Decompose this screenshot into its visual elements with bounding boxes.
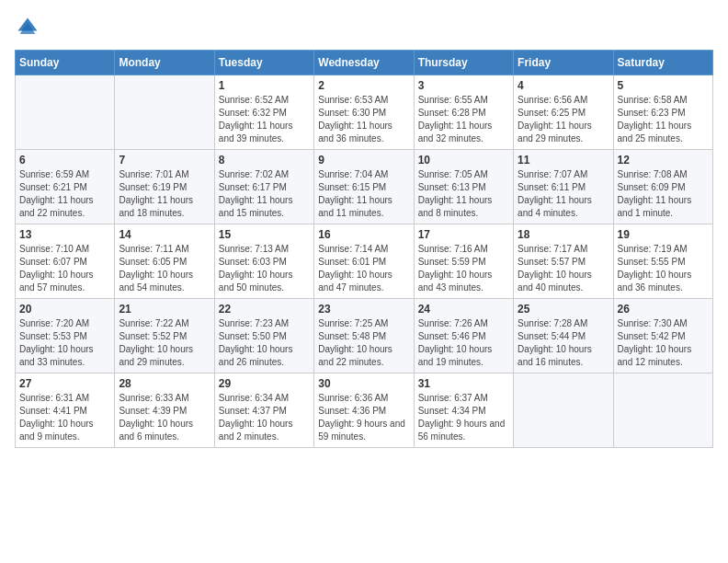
day-info: Sunrise: 7:14 AM Sunset: 6:01 PM Dayligh… <box>318 243 409 294</box>
logo <box>15 15 44 40</box>
day-number: 22 <box>219 303 310 316</box>
day-number: 24 <box>418 303 509 316</box>
day-info: Sunrise: 7:16 AM Sunset: 5:59 PM Dayligh… <box>418 243 509 294</box>
day-info: Sunrise: 6:33 AM Sunset: 4:39 PM Dayligh… <box>119 392 210 443</box>
calendar-cell: 14Sunrise: 7:11 AM Sunset: 6:05 PM Dayli… <box>115 224 214 299</box>
day-info: Sunrise: 7:22 AM Sunset: 5:52 PM Dayligh… <box>119 317 210 369</box>
day-number: 4 <box>518 79 609 92</box>
day-number: 29 <box>219 377 310 390</box>
calendar-week-4: 20Sunrise: 7:20 AM Sunset: 5:53 PM Dayli… <box>16 299 713 373</box>
calendar-cell: 8Sunrise: 7:02 AM Sunset: 6:17 PM Daylig… <box>214 150 313 224</box>
day-number: 25 <box>518 303 609 316</box>
day-number: 18 <box>518 228 609 241</box>
day-number: 9 <box>318 154 409 167</box>
day-info: Sunrise: 6:56 AM Sunset: 6:25 PM Dayligh… <box>518 94 609 145</box>
calendar-cell: 28Sunrise: 6:33 AM Sunset: 4:39 PM Dayli… <box>115 373 214 448</box>
weekday-header-tuesday: Tuesday <box>214 51 313 75</box>
day-info: Sunrise: 7:19 AM Sunset: 5:55 PM Dayligh… <box>618 243 709 294</box>
day-info: Sunrise: 7:01 AM Sunset: 6:19 PM Dayligh… <box>119 168 210 220</box>
calendar-cell: 13Sunrise: 7:10 AM Sunset: 6:07 PM Dayli… <box>16 224 115 299</box>
calendar-cell: 22Sunrise: 7:23 AM Sunset: 5:50 PM Dayli… <box>214 299 313 373</box>
calendar-cell: 16Sunrise: 7:14 AM Sunset: 6:01 PM Dayli… <box>314 224 414 299</box>
weekday-header-saturday: Saturday <box>613 51 712 75</box>
day-number: 31 <box>418 377 509 390</box>
day-number: 26 <box>618 303 709 316</box>
day-info: Sunrise: 7:07 AM Sunset: 6:11 PM Dayligh… <box>518 168 609 220</box>
day-info: Sunrise: 7:02 AM Sunset: 6:17 PM Dayligh… <box>219 168 310 220</box>
calendar-cell: 29Sunrise: 6:34 AM Sunset: 4:37 PM Dayli… <box>214 373 313 448</box>
calendar-table: SundayMondayTuesdayWednesdayThursdayFrid… <box>15 50 713 448</box>
day-number: 27 <box>19 377 110 390</box>
day-info: Sunrise: 7:10 AM Sunset: 6:07 PM Dayligh… <box>19 243 110 294</box>
day-info: Sunrise: 7:30 AM Sunset: 5:42 PM Dayligh… <box>618 317 709 369</box>
calendar-header: SundayMondayTuesdayWednesdayThursdayFrid… <box>16 51 713 75</box>
calendar-cell: 20Sunrise: 7:20 AM Sunset: 5:53 PM Dayli… <box>16 299 115 373</box>
day-info: Sunrise: 6:59 AM Sunset: 6:21 PM Dayligh… <box>19 168 110 220</box>
page-header <box>15 15 713 40</box>
day-info: Sunrise: 7:26 AM Sunset: 5:46 PM Dayligh… <box>418 317 509 369</box>
calendar-cell: 1Sunrise: 6:52 AM Sunset: 6:32 PM Daylig… <box>214 75 313 150</box>
calendar-cell: 3Sunrise: 6:55 AM Sunset: 6:28 PM Daylig… <box>414 75 513 150</box>
calendar-cell: 25Sunrise: 7:28 AM Sunset: 5:44 PM Dayli… <box>514 299 613 373</box>
day-number: 21 <box>119 303 210 316</box>
day-number: 12 <box>618 154 709 167</box>
calendar-cell <box>514 373 613 448</box>
day-number: 6 <box>19 154 110 167</box>
day-number: 13 <box>19 228 110 241</box>
calendar-cell: 19Sunrise: 7:19 AM Sunset: 5:55 PM Dayli… <box>613 224 712 299</box>
day-number: 15 <box>219 228 310 241</box>
day-info: Sunrise: 6:58 AM Sunset: 6:23 PM Dayligh… <box>618 94 709 145</box>
calendar-week-5: 27Sunrise: 6:31 AM Sunset: 4:41 PM Dayli… <box>16 373 713 448</box>
day-number: 1 <box>219 79 310 92</box>
weekday-header-wednesday: Wednesday <box>314 51 414 75</box>
calendar-week-1: 1Sunrise: 6:52 AM Sunset: 6:32 PM Daylig… <box>16 75 713 150</box>
weekday-row: SundayMondayTuesdayWednesdayThursdayFrid… <box>16 51 713 75</box>
calendar-cell <box>16 75 115 150</box>
day-info: Sunrise: 7:17 AM Sunset: 5:57 PM Dayligh… <box>518 243 609 294</box>
day-info: Sunrise: 6:52 AM Sunset: 6:32 PM Dayligh… <box>219 94 310 145</box>
calendar-cell: 10Sunrise: 7:05 AM Sunset: 6:13 PM Dayli… <box>414 150 513 224</box>
calendar-cell: 12Sunrise: 7:08 AM Sunset: 6:09 PM Dayli… <box>613 150 712 224</box>
calendar-cell: 6Sunrise: 6:59 AM Sunset: 6:21 PM Daylig… <box>16 150 115 224</box>
calendar-cell: 26Sunrise: 7:30 AM Sunset: 5:42 PM Dayli… <box>613 299 712 373</box>
calendar-cell: 4Sunrise: 6:56 AM Sunset: 6:25 PM Daylig… <box>514 75 613 150</box>
day-number: 23 <box>318 303 409 316</box>
calendar-cell: 27Sunrise: 6:31 AM Sunset: 4:41 PM Dayli… <box>16 373 115 448</box>
day-number: 19 <box>618 228 709 241</box>
day-info: Sunrise: 7:25 AM Sunset: 5:48 PM Dayligh… <box>318 317 409 369</box>
day-info: Sunrise: 7:20 AM Sunset: 5:53 PM Dayligh… <box>19 317 110 369</box>
calendar-cell: 7Sunrise: 7:01 AM Sunset: 6:19 PM Daylig… <box>115 150 214 224</box>
calendar-cell: 30Sunrise: 6:36 AM Sunset: 4:36 PM Dayli… <box>314 373 414 448</box>
weekday-header-monday: Monday <box>115 51 214 75</box>
day-info: Sunrise: 6:55 AM Sunset: 6:28 PM Dayligh… <box>418 94 509 145</box>
calendar-cell <box>115 75 214 150</box>
day-number: 2 <box>318 79 409 92</box>
day-info: Sunrise: 6:53 AM Sunset: 6:30 PM Dayligh… <box>318 94 409 145</box>
day-number: 7 <box>119 154 210 167</box>
day-number: 30 <box>318 377 409 390</box>
calendar-week-3: 13Sunrise: 7:10 AM Sunset: 6:07 PM Dayli… <box>16 224 713 299</box>
day-info: Sunrise: 7:05 AM Sunset: 6:13 PM Dayligh… <box>418 168 509 220</box>
calendar-cell <box>613 373 712 448</box>
calendar-cell: 9Sunrise: 7:04 AM Sunset: 6:15 PM Daylig… <box>314 150 414 224</box>
calendar-cell: 21Sunrise: 7:22 AM Sunset: 5:52 PM Dayli… <box>115 299 214 373</box>
day-info: Sunrise: 6:37 AM Sunset: 4:34 PM Dayligh… <box>418 392 509 443</box>
day-info: Sunrise: 6:36 AM Sunset: 4:36 PM Dayligh… <box>318 392 409 443</box>
day-number: 5 <box>618 79 709 92</box>
calendar-cell: 31Sunrise: 6:37 AM Sunset: 4:34 PM Dayli… <box>414 373 513 448</box>
day-number: 28 <box>119 377 210 390</box>
calendar-cell: 24Sunrise: 7:26 AM Sunset: 5:46 PM Dayli… <box>414 299 513 373</box>
calendar-cell: 5Sunrise: 6:58 AM Sunset: 6:23 PM Daylig… <box>613 75 712 150</box>
day-info: Sunrise: 7:28 AM Sunset: 5:44 PM Dayligh… <box>518 317 609 369</box>
calendar-cell: 17Sunrise: 7:16 AM Sunset: 5:59 PM Dayli… <box>414 224 513 299</box>
day-info: Sunrise: 6:34 AM Sunset: 4:37 PM Dayligh… <box>219 392 310 443</box>
day-info: Sunrise: 7:23 AM Sunset: 5:50 PM Dayligh… <box>219 317 310 369</box>
calendar-cell: 23Sunrise: 7:25 AM Sunset: 5:48 PM Dayli… <box>314 299 414 373</box>
day-info: Sunrise: 7:08 AM Sunset: 6:09 PM Dayligh… <box>618 168 709 220</box>
calendar-cell: 15Sunrise: 7:13 AM Sunset: 6:03 PM Dayli… <box>214 224 313 299</box>
calendar-cell: 18Sunrise: 7:17 AM Sunset: 5:57 PM Dayli… <box>514 224 613 299</box>
day-number: 10 <box>418 154 509 167</box>
logo-icon <box>15 15 40 40</box>
day-number: 14 <box>119 228 210 241</box>
weekday-header-thursday: Thursday <box>414 51 513 75</box>
